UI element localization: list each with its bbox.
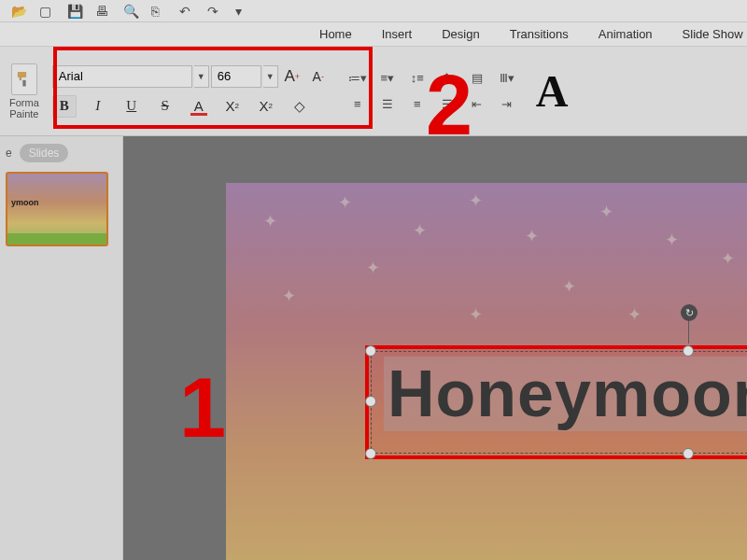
- tab-insert[interactable]: Insert: [380, 23, 415, 45]
- title-textbox[interactable]: ↻ Honeymoon: [371, 351, 747, 454]
- star-icon: ✦: [525, 226, 539, 246]
- font-size-input[interactable]: [211, 65, 261, 88]
- tab-animation[interactable]: Animation: [597, 23, 655, 45]
- align-left-button[interactable]: ≡: [347, 95, 368, 114]
- bold-button[interactable]: B: [52, 95, 77, 118]
- redo-icon[interactable]: ↷: [207, 4, 222, 19]
- subscript-button[interactable]: X2: [254, 95, 278, 118]
- thumb-grass: [7, 233, 106, 245]
- star-icon: ✦: [263, 211, 277, 231]
- thumb-title: ymoon: [11, 198, 39, 207]
- shrink-font-button[interactable]: A-: [306, 65, 331, 88]
- ribbon: Forma Painte ▼ ▼ A+ A- B I U S A X2 X2 ◇…: [0, 47, 747, 136]
- save-icon[interactable]: 💾: [67, 4, 82, 19]
- tab-home[interactable]: Home: [317, 23, 354, 45]
- resize-handle-tl[interactable]: [365, 345, 376, 357]
- resize-handle-bm[interactable]: [683, 448, 694, 459]
- svg-rect-0: [22, 79, 25, 86]
- star-icon: ✦: [469, 304, 483, 325]
- font-name-input[interactable]: [52, 65, 192, 88]
- rotate-handle[interactable]: ↻: [681, 304, 698, 321]
- tab-design[interactable]: Design: [440, 23, 481, 45]
- star-icon: ✦: [338, 192, 352, 213]
- new-icon[interactable]: ▢: [39, 4, 54, 19]
- font-name-dropdown-icon[interactable]: ▼: [194, 65, 209, 88]
- star-icon: ✦: [413, 220, 427, 241]
- star-icon: ✦: [721, 248, 735, 269]
- star-icon: ✦: [366, 258, 380, 278]
- menu-bar: Home Insert Design Transitions Animation…: [0, 22, 747, 47]
- font-group: ▼ ▼ A+ A- B I U S A X2 X2 ◇: [45, 60, 338, 123]
- resize-handle-ml[interactable]: [365, 396, 376, 407]
- slide-thumbnail-1[interactable]: ymoon: [6, 172, 108, 246]
- linespacing-button[interactable]: ↕≡: [407, 69, 428, 88]
- annotation-number-2: 2: [426, 58, 472, 154]
- format-painter-label1: Forma: [9, 97, 39, 108]
- resize-handle-bl[interactable]: [365, 448, 376, 459]
- slides-tab-pill[interactable]: Slides: [20, 144, 69, 162]
- qat-more-icon[interactable]: ▾: [235, 4, 250, 19]
- format-painter-icon[interactable]: [11, 63, 37, 95]
- format-painter-group[interactable]: Forma Painte: [9, 63, 39, 119]
- align-right-button[interactable]: ≡: [407, 95, 428, 114]
- annotation-number-1: 1: [179, 360, 226, 456]
- text-direction-button[interactable]: Ⅲ▾: [497, 69, 517, 88]
- clear-format-button[interactable]: ◇: [288, 95, 312, 118]
- slides-panel: e Slides ymoon: [0, 136, 123, 560]
- bullets-button[interactable]: ≔▾: [347, 69, 368, 88]
- resize-handle-tm[interactable]: [683, 345, 694, 357]
- align-center-button[interactable]: ☰: [377, 95, 398, 114]
- workspace: e Slides ymoon ✦ ✦ ✦ ✦ ✦ ✦ ✦ ✦ ✦ ✦ ✦ ✦ ✦: [0, 136, 747, 560]
- grow-font-button[interactable]: A+: [280, 65, 304, 88]
- format-painter-label2: Painte: [9, 108, 38, 119]
- strikethrough-button[interactable]: S: [153, 95, 177, 118]
- star-icon: ✦: [562, 276, 576, 297]
- text-styles-icon[interactable]: A: [536, 65, 569, 117]
- font-size-dropdown-icon[interactable]: ▼: [263, 65, 278, 88]
- tab-transitions[interactable]: Transitions: [508, 23, 571, 45]
- italic-button[interactable]: I: [86, 95, 110, 118]
- print-preview-icon[interactable]: 🔍: [123, 4, 138, 19]
- underline-button[interactable]: U: [120, 95, 144, 118]
- quick-access-toolbar: 📂 ▢ 💾 🖶 🔍 ⎘ ↶ ↷ ▾: [0, 0, 747, 22]
- export-icon[interactable]: ⎘: [151, 4, 166, 19]
- open-icon[interactable]: 📂: [11, 4, 26, 19]
- print-icon[interactable]: 🖶: [95, 4, 110, 19]
- tab-slideshow[interactable]: Slide Show: [681, 23, 745, 45]
- undo-icon[interactable]: ↶: [179, 4, 194, 19]
- slide-canvas[interactable]: ✦ ✦ ✦ ✦ ✦ ✦ ✦ ✦ ✦ ✦ ✦ ✦ ✦ ↻ Honeymoon: [226, 183, 747, 560]
- title-text[interactable]: Honeymoon: [384, 357, 747, 431]
- star-icon: ✦: [665, 230, 679, 250]
- star-icon: ✦: [469, 190, 483, 211]
- increase-indent-button[interactable]: ⇥: [497, 95, 517, 114]
- font-color-button[interactable]: A: [187, 95, 211, 118]
- outline-tab-fragment[interactable]: e: [6, 147, 12, 160]
- superscript-button[interactable]: X2: [220, 95, 245, 118]
- star-icon: ✦: [282, 286, 296, 306]
- numbering-button[interactable]: ≡▾: [377, 69, 398, 88]
- star-icon: ✦: [599, 202, 613, 222]
- star-icon: ✦: [627, 304, 641, 325]
- canvas-area[interactable]: ✦ ✦ ✦ ✦ ✦ ✦ ✦ ✦ ✦ ✦ ✦ ✦ ✦ ↻ Honeymoon: [123, 136, 747, 560]
